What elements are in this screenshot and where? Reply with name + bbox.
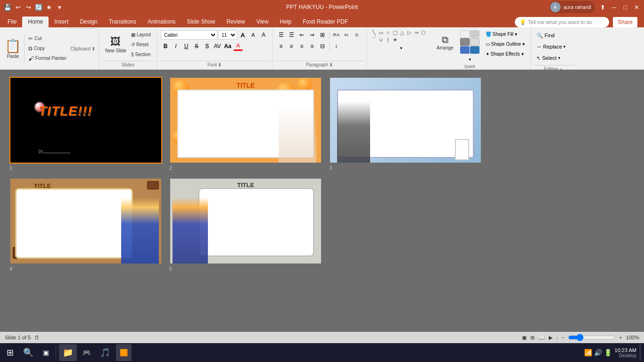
star-shape[interactable]: ★ [392,36,398,43]
reset-button[interactable]: ↺ Reset [129,40,153,49]
tab-insert[interactable]: Insert [49,16,74,27]
columns-button[interactable]: ⊟ [318,41,327,51]
char-spacing-button[interactable]: AV [213,41,222,51]
curve-shape[interactable]: ⌒ [371,36,377,43]
smartart-button[interactable]: ⊙ [352,30,362,40]
tab-animations[interactable]: Animations [142,16,181,27]
zoom-slider[interactable] [568,334,615,341]
game-icon[interactable]: 🎮 [79,344,94,361]
copy-button[interactable]: ⧉ Copy [26,44,68,53]
pentagon-shape[interactable]: ⬠ [420,29,427,36]
music-button[interactable]: 🎵 [96,344,114,361]
qs-6[interactable] [470,46,479,54]
qs-1[interactable] [460,30,470,38]
rounded-rect-shape[interactable]: ▢ [392,29,398,36]
search-button[interactable]: 🔍 [19,344,37,361]
tab-slideshow[interactable]: Slide Show [181,16,221,27]
slide-thumb-1[interactable]: TITLE!!! by ___________ [9,77,162,164]
qs-5[interactable] [460,46,470,54]
slide-thumb-2[interactable]: TITLE [169,77,322,164]
shape-outline-button[interactable]: ▭ Shape Outline ▾ [484,39,527,49]
circle-shape[interactable]: ○ [385,29,391,36]
font-size-incr-btn[interactable]: Aa [223,41,232,51]
align-left-button[interactable]: ≡ [276,41,286,51]
section-button[interactable]: § Section [129,50,153,59]
strikethrough-button[interactable]: S [192,41,201,51]
decrease-font-button[interactable]: A [248,30,258,40]
shape-effects-button[interactable]: ✦ Shape Effects ▾ [484,49,527,58]
align-center-button[interactable]: ≡ [287,41,296,51]
font-expand-icon[interactable]: ⬇ [218,62,222,67]
slide-thumb-5[interactable]: TITLE [169,178,322,264]
clipboard-expand-icon[interactable]: ⬇ [91,46,95,51]
line-spacing-button[interactable]: ↕ [331,41,341,51]
star-icon[interactable]: ★ [45,3,53,11]
format-painter-button[interactable]: 🖌 Format Painter [26,54,68,63]
find-button[interactable]: 🔍 Find [535,30,572,41]
replace-button[interactable]: ↔ Replace ▾ [535,41,572,52]
clear-format-button[interactable]: A [259,30,268,40]
qs-4[interactable] [470,38,479,46]
slide-thumb-3[interactable]: TITLE [329,77,482,164]
align-text-button[interactable]: ≡↕ [342,30,351,40]
user-badge[interactable]: A aura rahardi [549,1,595,13]
qs-3[interactable] [460,38,470,46]
new-slide-button[interactable]: 🖼 New Slide [103,31,128,58]
tab-view[interactable]: View [251,16,274,27]
tab-review[interactable]: Review [221,16,250,27]
share-button[interactable]: Share [613,17,637,27]
align-right-button[interactable]: ≡ [297,41,306,51]
shape-fill-arrow[interactable]: ▾ [515,32,517,37]
cut-button[interactable]: ✂ Cut [26,34,68,43]
tab-file[interactable]: File [2,16,22,27]
shadow-button[interactable]: S [202,41,212,51]
bold-button[interactable]: B [161,41,170,51]
numbering-button[interactable]: ☰ [287,30,296,40]
paste-button[interactable]: 📋 Paste [2,33,25,64]
down-arrow-icon[interactable]: ▾ [56,3,63,11]
text-columns-button[interactable]: ⊞ [318,30,327,40]
maximize-btn[interactable]: □ [621,3,629,11]
notes-icon[interactable]: 🗒 [34,335,40,340]
network-icon[interactable]: 📶 [584,349,592,356]
increase-font-button[interactable]: A [238,30,248,40]
text-direction-button[interactable]: ⟳A [331,30,341,40]
tell-me-input[interactable]: 💡 Tell me what you want to do [515,17,609,27]
start-button[interactable]: ⊞ [3,344,17,361]
view-reading-icon[interactable]: 📖 [538,335,545,341]
select-button[interactable]: ↖ Select ▾ [535,53,572,63]
battery-icon[interactable]: 🔋 [604,349,612,356]
view-outline-icon[interactable]: ⊞ [530,335,535,341]
tab-home[interactable]: Home [22,16,49,27]
file-explorer-button[interactable]: 📁 [59,344,77,361]
layout-button[interactable]: ▦ Layout [129,30,153,40]
zoom-out-icon[interactable]: − [561,335,564,340]
line-shape[interactable]: ╲ [371,29,377,36]
show-desktop-btn[interactable] [639,344,641,361]
tab-transitions[interactable]: Transitions [103,16,142,27]
italic-button[interactable]: I [171,41,181,51]
bracket-shape[interactable]: { [385,36,391,43]
autosave-icon[interactable]: 🔄 [35,3,42,11]
powerpoint-button[interactable]: 🟧 [116,344,132,361]
view-slideshow-icon[interactable]: ▶ [549,335,553,341]
task-view-button[interactable]: ▣ [39,344,53,361]
zoom-in-icon[interactable]: + [619,335,622,340]
font-color-button[interactable]: A [233,41,243,51]
decrease-indent-button[interactable]: ⇐ [297,30,306,40]
view-normal-icon[interactable]: ▣ [522,335,527,341]
save-icon[interactable]: 💾 [4,3,11,11]
paragraph-expand-icon[interactable]: ⬇ [329,62,333,67]
right-triangle-shape[interactable]: △ [399,29,405,36]
tab-foxit[interactable]: Foxit Reader PDF [297,16,354,27]
triangle-shape[interactable]: ▷ [406,29,413,36]
quick-styles-dropdown[interactable]: ▼ [459,55,481,64]
tab-design[interactable]: Design [74,16,103,27]
volume-icon[interactable]: 🔊 [594,349,602,356]
slide-thumb-4[interactable]: TITLE [9,178,162,264]
shapes-dropdown-btn[interactable]: ▼ [371,43,432,53]
undo-icon[interactable]: ↩ [14,3,22,11]
close-btn[interactable]: ✕ [633,3,640,11]
justify-button[interactable]: ≡ [307,41,317,51]
shape-effects-arrow[interactable]: ▾ [521,51,524,57]
